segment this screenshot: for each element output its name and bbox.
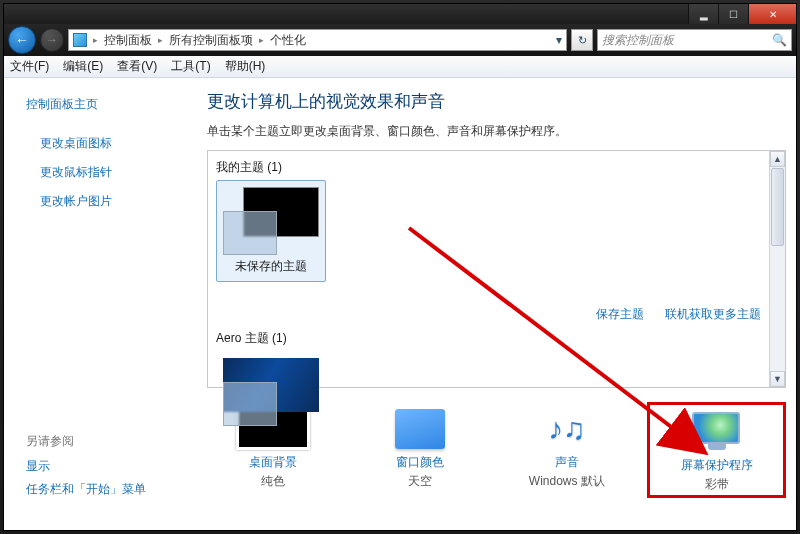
search-icon[interactable]: 🔍 <box>772 33 787 47</box>
chevron-right-icon: ▸ <box>259 35 264 45</box>
scroll-down-button[interactable]: ▼ <box>770 371 785 387</box>
breadcrumb-root[interactable]: 控制面板 <box>104 32 152 49</box>
card-title: 声音 <box>503 454 632 471</box>
theme-caption: 未保存的主题 <box>223 258 319 275</box>
window-maximize-button[interactable]: ☐ <box>718 4 748 24</box>
page-title: 更改计算机上的视觉效果和声音 <box>207 90 786 113</box>
sidebar-link-taskbar-start[interactable]: 任务栏和「开始」菜单 <box>26 481 181 498</box>
titlebar: ▂ ☐ ✕ <box>4 4 796 24</box>
menu-help[interactable]: 帮助(H) <box>225 58 266 75</box>
refresh-button[interactable]: ↻ <box>571 29 593 51</box>
search-placeholder: 搜索控制面板 <box>602 32 674 49</box>
card-subtitle: 纯色 <box>209 473 338 490</box>
themes-listbox: 我的主题 (1) 未保存的主题 保存主题 联机获取更多主题 Aero 主题 (1… <box>207 150 786 388</box>
sidebar: 控制面板主页 更改桌面图标 更改鼠标指针 更改帐户图片 另请参阅 显示 任务栏和… <box>4 78 189 530</box>
group-my-themes: 我的主题 (1) <box>216 159 777 176</box>
theme-tile-aero[interactable] <box>216 351 326 436</box>
search-input[interactable]: 搜索控制面板 🔍 <box>597 29 792 51</box>
menu-bar: 文件(F) 编辑(E) 查看(V) 工具(T) 帮助(H) <box>4 56 796 78</box>
nav-back-button[interactable]: ← <box>8 26 36 54</box>
card-subtitle: 彩带 <box>652 476 781 493</box>
sidebar-see-also-label: 另请参阅 <box>26 433 181 450</box>
breadcrumb-items[interactable]: 所有控制面板项 <box>169 32 253 49</box>
menu-view[interactable]: 查看(V) <box>117 58 157 75</box>
address-bar[interactable]: ▸ 控制面板 ▸ 所有控制面板项 ▸ 个性化 ▾ <box>68 29 567 51</box>
menu-tools[interactable]: 工具(T) <box>171 58 210 75</box>
theme-tile-unsaved[interactable]: 未保存的主题 <box>216 180 326 282</box>
sidebar-link-account-picture[interactable]: 更改帐户图片 <box>26 193 181 210</box>
chevron-right-icon: ▸ <box>158 35 163 45</box>
card-subtitle: 天空 <box>356 473 485 490</box>
save-theme-link[interactable]: 保存主题 <box>596 307 644 321</box>
monitor-icon <box>692 412 742 452</box>
sidebar-home-link[interactable]: 控制面板主页 <box>26 96 181 113</box>
main-content: 更改计算机上的视觉效果和声音 单击某个主题立即更改桌面背景、窗口颜色、声音和屏幕… <box>189 78 796 530</box>
nav-forward-button[interactable]: → <box>40 28 64 52</box>
navigation-bar: ← → ▸ 控制面板 ▸ 所有控制面板项 ▸ 个性化 ▾ ↻ 搜索控制面板 🔍 <box>4 24 796 56</box>
window-close-button[interactable]: ✕ <box>748 4 796 24</box>
theme-thumbnail <box>223 187 319 255</box>
sidebar-link-mouse-pointers[interactable]: 更改鼠标指针 <box>26 164 181 181</box>
breadcrumb-leaf[interactable]: 个性化 <box>270 32 306 49</box>
chevron-right-icon: ▸ <box>93 35 98 45</box>
group-aero-themes: Aero 主题 (1) <box>216 330 777 347</box>
theme-thumbnail <box>223 358 319 426</box>
sidebar-link-desktop-icons[interactable]: 更改桌面图标 <box>26 135 181 152</box>
card-title: 桌面背景 <box>209 454 338 471</box>
card-title: 屏幕保护程序 <box>652 457 781 474</box>
window-minimize-button[interactable]: ▂ <box>688 4 718 24</box>
scroll-up-button[interactable]: ▲ <box>770 151 785 167</box>
scroll-thumb[interactable] <box>771 168 784 246</box>
sidebar-link-display[interactable]: 显示 <box>26 458 181 475</box>
card-title: 窗口颜色 <box>356 454 485 471</box>
more-themes-link[interactable]: 联机获取更多主题 <box>665 307 761 321</box>
page-description: 单击某个主题立即更改桌面背景、窗口颜色、声音和屏幕保护程序。 <box>207 123 786 140</box>
scrollbar[interactable]: ▲ ▼ <box>769 151 785 387</box>
menu-file[interactable]: 文件(F) <box>10 58 49 75</box>
menu-edit[interactable]: 编辑(E) <box>63 58 103 75</box>
control-panel-icon <box>73 33 87 47</box>
dropdown-icon[interactable]: ▾ <box>556 33 562 47</box>
theme-actions: 保存主题 联机获取更多主题 <box>578 306 761 323</box>
card-subtitle: Windows 默认 <box>503 473 632 490</box>
